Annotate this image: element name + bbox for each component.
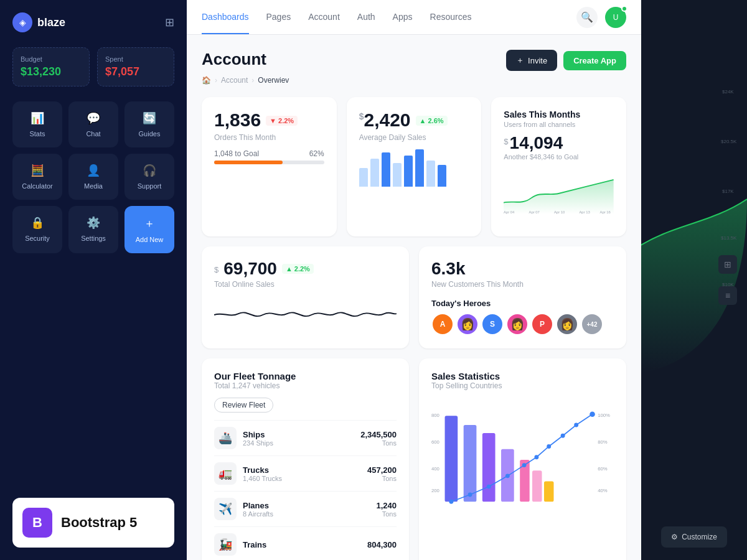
sidebar-item-add-new[interactable]: ＋ Add New: [125, 206, 174, 253]
trucks-icon: 🚛: [214, 462, 237, 485]
orders-card: 1,836 ▼ 2.2% Orders This Month 1,048 to …: [202, 97, 337, 236]
r-80: 80%: [598, 439, 608, 445]
ships-name: Ships: [243, 430, 273, 439]
dot-2: [468, 493, 472, 497]
orders-label: Orders This Month: [214, 133, 324, 142]
tab-auth[interactable]: Auth: [357, 1, 375, 34]
spent-label: Spent: [105, 55, 166, 63]
dot-8: [561, 434, 565, 438]
progress-track: [214, 161, 324, 164]
sidebar-item-label: Stats: [29, 130, 45, 138]
page-actions: ＋ Invite Create App: [506, 50, 626, 71]
right-icon-2[interactable]: ≡: [718, 286, 737, 305]
hero-avatar-4: 👩: [506, 313, 529, 335]
fleet-items: 🚢 Ships 234 Ships 2,345,500 Tons: [214, 420, 397, 560]
invite-label: Invite: [528, 56, 547, 65]
tab-pages[interactable]: Pages: [266, 1, 291, 34]
spent-card: Spent $7,057: [97, 47, 174, 86]
bootstrap-text: Bootstrap 5: [61, 515, 137, 531]
tab-apps[interactable]: Apps: [393, 1, 413, 34]
calculator-icon: 🧮: [31, 164, 44, 177]
sidebar-item-settings[interactable]: ⚙️ Settings: [68, 206, 118, 253]
fleet-title: Our Fleet Tonnage: [214, 371, 397, 381]
search-button[interactable]: 🔍: [576, 7, 598, 28]
sales-stats-chart: 800 600 400 200: [431, 398, 614, 522]
dollar-sign: $: [359, 111, 364, 121]
security-icon: 🔒: [31, 216, 44, 230]
create-app-button[interactable]: Create App: [563, 51, 626, 70]
trucks-name: Trucks: [243, 465, 282, 475]
menu-icon[interactable]: ⊞: [165, 16, 174, 29]
tab-dashboards[interactable]: Dashboards: [202, 1, 249, 34]
top-nav: Dashboards Pages Account Auth Apps Resou…: [187, 0, 641, 35]
bootstrap-icon: B: [22, 508, 52, 538]
bar-country-2: [464, 425, 477, 502]
bar-8: [438, 165, 446, 187]
heroes-title: Today's Heroes: [431, 299, 614, 308]
heroes-section: Today's Heroes A 👩 S 👩 P 👩 +42: [431, 299, 614, 335]
daily-sales-badge: ▲ 2.6%: [416, 116, 448, 126]
review-fleet-button[interactable]: Review Fleet: [214, 398, 273, 413]
dot-9: [574, 423, 578, 427]
budget-label: Budget: [21, 55, 82, 63]
tab-resources[interactable]: Resources: [430, 1, 472, 34]
bar-country-6: [532, 470, 542, 502]
planes-count: 8 Aircrafts: [243, 510, 273, 518]
right-panel: $24K $20.5K $17K $13.5K $10K ⊞ ≡ ⚙ Custo…: [641, 0, 747, 560]
dot-3: [487, 485, 491, 489]
dot-10: [590, 411, 595, 417]
trains-icon: 🚂: [214, 533, 237, 556]
top-nav-links: Dashboards Pages Account Auth Apps Resou…: [202, 1, 471, 34]
sidebar-item-media[interactable]: 👤 Media: [68, 154, 118, 200]
x-label-5: Apr 16: [600, 210, 611, 214]
online-sales-card: $ 69,700 ▲ 2.2% Total Online Sales: [202, 246, 409, 348]
sales-stats-card: Sales Statistics Top Selling Countries 8…: [419, 358, 626, 560]
customize-button[interactable]: ⚙ Customize: [661, 526, 727, 548]
sidebar-item-stats[interactable]: 📊 Stats: [12, 101, 62, 147]
line-fill: [504, 180, 614, 214]
bar-country-7: [544, 481, 554, 502]
sidebar-item-guides[interactable]: 🔄 Guides: [125, 101, 174, 147]
tab-account[interactable]: Account: [308, 1, 340, 34]
right-icon-1[interactable]: ⊞: [718, 255, 737, 274]
media-icon: 👤: [87, 164, 100, 177]
planes-value: 1,240: [376, 501, 397, 510]
hero-avatar-1: A: [431, 313, 454, 335]
progress-pct: 62%: [309, 149, 324, 158]
sidebar-header: ◈ blaze ⊞: [12, 12, 174, 32]
fleet-item: 🚂 Trains 804,300: [214, 526, 397, 560]
ships-icon: 🚢: [214, 427, 237, 449]
page-header: Account ＋ Invite Create App: [202, 50, 626, 71]
fleet-item: ✈️ Planes 8 Aircrafts 1,240 Tons: [214, 491, 397, 526]
breadcrumb-home[interactable]: 🏠: [202, 76, 211, 85]
sidebar-item-chat[interactable]: 💬 Chat: [68, 101, 118, 147]
fleet-card: Our Fleet Tonnage Total 1,247 vehicles R…: [202, 358, 409, 560]
user-avatar[interactable]: U: [605, 7, 626, 28]
stats-row-2: $ 69,700 ▲ 2.2% Total Online Sales 6.3k …: [202, 246, 626, 348]
logo: ◈ blaze: [12, 12, 65, 32]
bar-country-3: [482, 433, 496, 502]
sidebar-item-calculator[interactable]: 🧮 Calculator: [12, 154, 62, 200]
sales-month-subtitle: Users from all channels: [504, 121, 614, 128]
dot-4: [505, 474, 510, 478]
invite-button[interactable]: ＋ Invite: [506, 50, 557, 71]
sales-month-card: Sales This Months Users from all channel…: [491, 97, 626, 236]
dot-5: [522, 463, 527, 467]
trains-name: Trains: [243, 540, 266, 549]
top-nav-right: 🔍 U: [576, 7, 626, 28]
customers-label: New Customers This Month: [431, 280, 614, 289]
plus-icon: ＋: [516, 55, 524, 66]
ships-unit: Tons: [360, 439, 397, 447]
orders-value: 1,836: [214, 110, 261, 131]
rp-y3: $17K: [722, 189, 734, 194]
sidebar-item-support[interactable]: 🎧 Support: [125, 154, 174, 200]
online-sales-value: 69,700: [223, 259, 277, 279]
sidebar-item-security[interactable]: 🔒 Security: [12, 206, 62, 253]
bar-1: [359, 168, 368, 187]
guides-icon: 🔄: [143, 111, 156, 125]
right-panel-chart: $24K $20.5K $17K $13.5K $10K: [641, 0, 747, 373]
hero-avatar-count: +42: [581, 313, 603, 335]
hero-avatar-2: 👩: [456, 313, 479, 335]
breadcrumb-account[interactable]: Account: [221, 76, 248, 85]
r-60: 60%: [598, 466, 608, 472]
